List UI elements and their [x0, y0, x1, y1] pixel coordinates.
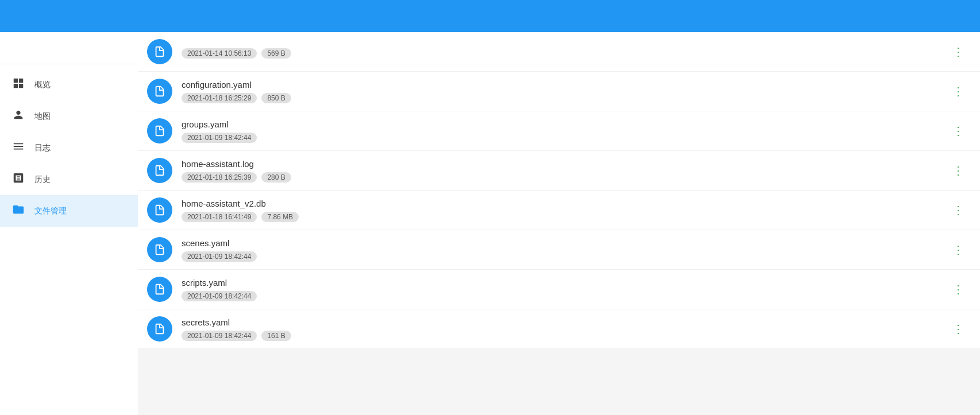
file-actions: ⋮ [946, 280, 971, 298]
file-more-button[interactable]: ⋮ [950, 82, 966, 100]
file-item: 2021-01-14 10:56:13569 B⋮ [138, 32, 980, 72]
file-info: scenes.yaml2021-01-09 18:42:44 [182, 238, 936, 262]
overview-icon [11, 77, 25, 92]
sidebar-item-label-history: 历史 [34, 174, 51, 185]
file-item: home-assistant_v2.db2021-01-18 16:41:497… [138, 191, 980, 230]
file-size: 7.86 MB [261, 212, 299, 222]
file-more-button[interactable]: ⋮ [950, 280, 966, 298]
sidebar-item-files[interactable]: 文件管理 [0, 195, 138, 227]
file-icon [147, 237, 172, 262]
file-meta: 2021-01-14 10:56:13569 B [182, 48, 936, 59]
file-more-button[interactable]: ⋮ [950, 241, 966, 259]
map-icon [11, 108, 25, 124]
file-actions: ⋮ [946, 201, 971, 219]
file-actions: ⋮ [946, 241, 971, 259]
file-meta: 2021-01-09 18:42:44 [182, 291, 936, 301]
file-item: scenes.yaml2021-01-09 18:42:44⋮ [138, 230, 980, 270]
file-name: secrets.yaml [182, 317, 936, 327]
file-more-button[interactable]: ⋮ [950, 42, 966, 61]
file-info: scripts.yaml2021-01-09 18:42:44 [182, 278, 936, 301]
file-name: groups.yaml [182, 119, 936, 129]
sidebar-item-label-files: 文件管理 [34, 206, 67, 216]
sidebar-item-overview[interactable]: 概览 [0, 69, 138, 100]
main-layout: 概览地图日志历史文件管理 2021-01-14 10:56:13569 B⋮co… [0, 32, 980, 415]
files-icon [11, 203, 25, 219]
file-name: home-assistant.log [182, 159, 936, 169]
file-date: 2021-01-09 18:42:44 [182, 331, 257, 341]
file-size: 569 B [261, 48, 291, 59]
file-date: 2021-01-09 18:42:44 [182, 251, 257, 262]
file-item: scripts.yaml2021-01-09 18:42:44⋮ [138, 270, 980, 309]
file-more-button[interactable]: ⋮ [950, 320, 966, 338]
file-meta: 2021-01-09 18:42:44 [182, 251, 936, 262]
file-name: configuration.yaml [182, 80, 936, 90]
file-size: 161 B [261, 331, 291, 341]
file-item: configuration.yaml2021-01-18 16:25:29850… [138, 72, 980, 111]
file-actions: ⋮ [946, 82, 971, 100]
file-item: secrets.yaml2021-01-09 18:42:44161 B⋮ [138, 309, 980, 349]
file-date: 2021-01-18 16:41:49 [182, 212, 257, 222]
sidebar-header [0, 32, 138, 64]
sidebar-item-history[interactable]: 历史 [0, 164, 138, 195]
file-icon [147, 158, 172, 183]
file-icon [147, 118, 172, 143]
sidebar-item-label-overview: 概览 [34, 80, 51, 90]
log-icon [11, 140, 25, 156]
file-more-button[interactable]: ⋮ [950, 122, 966, 140]
sidebar: 概览地图日志历史文件管理 [0, 32, 138, 415]
file-item: home-assistant.log2021-01-18 16:25:39280… [138, 151, 980, 191]
file-info: configuration.yaml2021-01-18 16:25:29850… [182, 80, 936, 103]
file-actions: ⋮ [946, 122, 971, 140]
sidebar-item-label-map: 地图 [34, 111, 51, 122]
file-meta: 2021-01-18 16:25:39280 B [182, 172, 936, 183]
history-icon [11, 172, 25, 187]
file-icon [147, 277, 172, 302]
file-item: groups.yaml2021-01-09 18:42:44⋮ [138, 111, 980, 151]
file-info: secrets.yaml2021-01-09 18:42:44161 B [182, 317, 936, 341]
file-info: home-assistant.log2021-01-18 16:25:39280… [182, 159, 936, 183]
file-info: groups.yaml2021-01-09 18:42:44 [182, 119, 936, 143]
file-size: 280 B [261, 172, 291, 183]
file-size: 850 B [261, 93, 291, 103]
file-name: scenes.yaml [182, 238, 936, 248]
file-icon [147, 197, 172, 223]
file-list: 2021-01-14 10:56:13569 B⋮configuration.y… [138, 32, 980, 349]
file-icon [147, 316, 172, 342]
sidebar-item-label-log: 日志 [34, 143, 51, 153]
file-more-button[interactable]: ⋮ [950, 201, 966, 219]
file-actions: ⋮ [946, 42, 971, 61]
file-date: 2021-01-18 16:25:39 [182, 172, 257, 183]
file-icon [147, 39, 172, 64]
top-header [0, 0, 980, 32]
sidebar-item-map[interactable]: 地图 [0, 100, 138, 132]
file-meta: 2021-01-09 18:42:44161 B [182, 331, 936, 341]
file-icon [147, 79, 172, 104]
content-area: 2021-01-14 10:56:13569 B⋮configuration.y… [138, 32, 980, 415]
file-date: 2021-01-09 18:42:44 [182, 133, 257, 143]
file-info: 2021-01-14 10:56:13569 B [182, 45, 936, 59]
file-date: 2021-01-18 16:25:29 [182, 93, 257, 103]
file-date: 2021-01-14 10:56:13 [182, 48, 257, 59]
file-actions: ⋮ [946, 320, 971, 338]
file-meta: 2021-01-18 16:25:29850 B [182, 93, 936, 103]
file-more-button[interactable]: ⋮ [950, 161, 966, 180]
sidebar-nav: 概览地图日志历史文件管理 [0, 64, 138, 415]
file-meta: 2021-01-18 16:41:497.86 MB [182, 212, 936, 222]
file-actions: ⋮ [946, 161, 971, 180]
file-name: home-assistant_v2.db [182, 199, 936, 208]
file-name: scripts.yaml [182, 278, 936, 288]
sidebar-item-log[interactable]: 日志 [0, 132, 138, 164]
file-date: 2021-01-09 18:42:44 [182, 291, 257, 301]
file-info: home-assistant_v2.db2021-01-18 16:41:497… [182, 199, 936, 222]
file-meta: 2021-01-09 18:42:44 [182, 133, 936, 143]
